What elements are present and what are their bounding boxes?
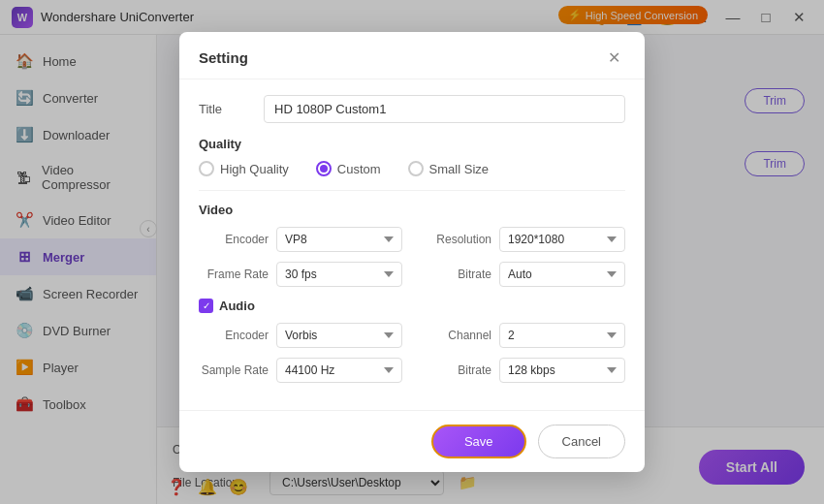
modal-header: Setting ✕	[179, 32, 645, 79]
video-bitrate-label: Bitrate	[422, 268, 491, 281]
audio-bitrate-select[interactable]: 128 kbps	[499, 358, 625, 383]
sample-rate-select[interactable]: 44100 Hz	[276, 358, 402, 383]
audio-header: ✓ Audio	[199, 299, 625, 313]
quality-options: High Quality Custom Small Size	[199, 161, 625, 176]
resolution-row: Resolution 1920*1080	[422, 227, 625, 252]
video-encoder-select[interactable]: VP8	[276, 227, 402, 252]
modal-footer: Save Cancel	[179, 410, 645, 472]
audio-encoder-label: Encoder	[199, 329, 269, 342]
channel-label: Channel	[422, 329, 491, 342]
title-row: Title	[199, 95, 625, 123]
encoder-row: Encoder VP8	[199, 227, 402, 252]
radio-custom-fill	[320, 165, 328, 173]
audio-bitrate-row: Bitrate 128 kbps	[422, 358, 625, 383]
modal-close-button[interactable]: ✕	[602, 46, 625, 69]
quality-high[interactable]: High Quality	[199, 161, 289, 176]
quality-section-title: Quality	[199, 137, 625, 151]
sample-rate-label: Sample Rate	[199, 363, 269, 377]
radio-custom	[316, 161, 332, 176]
audio-bitrate-label: Bitrate	[422, 363, 491, 377]
channel-row: Channel 2	[422, 323, 625, 348]
audio-checkbox[interactable]: ✓	[199, 299, 213, 313]
modal-body: Title Quality High Quality Custom	[179, 79, 645, 410]
video-section-title: Video	[199, 203, 625, 217]
framerate-select[interactable]: 30 fps	[276, 262, 402, 287]
title-label: Title	[199, 102, 252, 116]
sample-rate-row: Sample Rate 44100 Hz	[199, 358, 402, 383]
cancel-button[interactable]: Cancel	[538, 425, 625, 458]
resolution-label: Resolution	[422, 233, 491, 246]
modal-overlay: Setting ✕ Title Quality High Quality	[0, 0, 824, 504]
audio-encoder-row: Encoder Vorbis	[199, 323, 402, 348]
video-fields: Encoder VP8 Resolution 1920*1080 Frame R…	[199, 227, 625, 287]
save-button[interactable]: Save	[431, 425, 526, 458]
setting-modal: Setting ✕ Title Quality High Quality	[179, 32, 645, 472]
radio-small	[408, 161, 424, 176]
audio-encoder-select[interactable]: Vorbis	[276, 323, 402, 348]
channel-select[interactable]: 2	[499, 323, 625, 348]
title-input[interactable]	[264, 95, 625, 123]
audio-fields: Encoder Vorbis Channel 2 Sample Rate 441…	[199, 323, 625, 383]
video-bitrate-select[interactable]: Auto	[499, 262, 625, 287]
framerate-row: Frame Rate 30 fps	[199, 262, 402, 287]
framerate-label: Frame Rate	[199, 268, 269, 281]
divider-1	[199, 190, 625, 191]
audio-section-title: Audio	[219, 299, 255, 313]
radio-high	[199, 161, 214, 176]
quality-small[interactable]: Small Size	[408, 161, 489, 176]
video-bitrate-row: Bitrate Auto	[422, 262, 625, 287]
encoder-label: Encoder	[199, 233, 269, 246]
resolution-select[interactable]: 1920*1080	[499, 227, 625, 252]
modal-title: Setting	[199, 49, 248, 66]
quality-custom[interactable]: Custom	[316, 161, 381, 176]
